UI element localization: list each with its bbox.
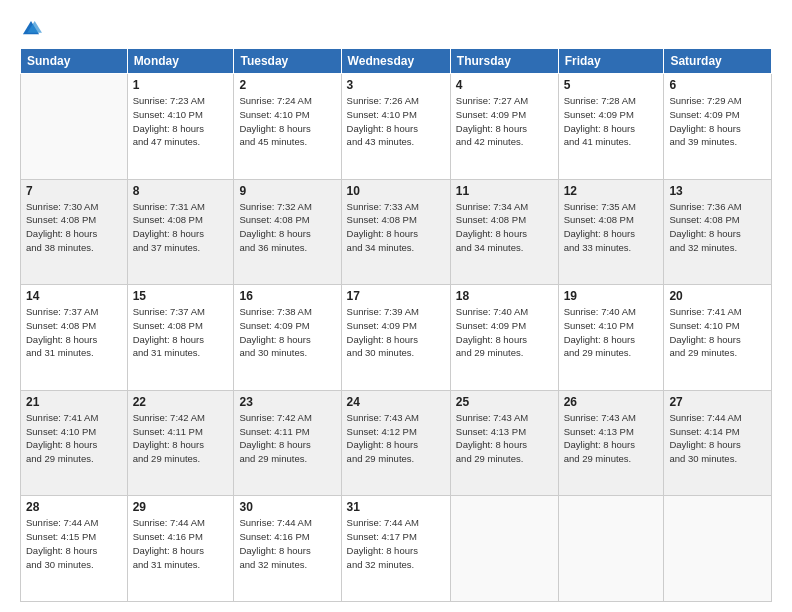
day-info: Sunrise: 7:23 AM Sunset: 4:10 PM Dayligh… — [133, 94, 229, 149]
logo — [20, 18, 46, 40]
day-info: Sunrise: 7:44 AM Sunset: 4:15 PM Dayligh… — [26, 516, 122, 571]
day-number: 4 — [456, 78, 553, 92]
weekday-header: Saturday — [664, 49, 772, 74]
calendar-week-row: 28Sunrise: 7:44 AM Sunset: 4:15 PM Dayli… — [21, 496, 772, 602]
day-info: Sunrise: 7:37 AM Sunset: 4:08 PM Dayligh… — [133, 305, 229, 360]
calendar-cell: 14Sunrise: 7:37 AM Sunset: 4:08 PM Dayli… — [21, 285, 128, 391]
day-number: 30 — [239, 500, 335, 514]
day-info: Sunrise: 7:32 AM Sunset: 4:08 PM Dayligh… — [239, 200, 335, 255]
calendar-cell: 8Sunrise: 7:31 AM Sunset: 4:08 PM Daylig… — [127, 179, 234, 285]
calendar-cell: 3Sunrise: 7:26 AM Sunset: 4:10 PM Daylig… — [341, 74, 450, 180]
day-number: 13 — [669, 184, 766, 198]
calendar-cell: 19Sunrise: 7:40 AM Sunset: 4:10 PM Dayli… — [558, 285, 664, 391]
calendar-cell: 10Sunrise: 7:33 AM Sunset: 4:08 PM Dayli… — [341, 179, 450, 285]
calendar-cell: 26Sunrise: 7:43 AM Sunset: 4:13 PM Dayli… — [558, 390, 664, 496]
calendar-cell: 31Sunrise: 7:44 AM Sunset: 4:17 PM Dayli… — [341, 496, 450, 602]
day-number: 27 — [669, 395, 766, 409]
day-info: Sunrise: 7:38 AM Sunset: 4:09 PM Dayligh… — [239, 305, 335, 360]
day-info: Sunrise: 7:24 AM Sunset: 4:10 PM Dayligh… — [239, 94, 335, 149]
day-info: Sunrise: 7:41 AM Sunset: 4:10 PM Dayligh… — [26, 411, 122, 466]
calendar-week-row: 7Sunrise: 7:30 AM Sunset: 4:08 PM Daylig… — [21, 179, 772, 285]
day-number: 31 — [347, 500, 445, 514]
calendar-cell: 18Sunrise: 7:40 AM Sunset: 4:09 PM Dayli… — [450, 285, 558, 391]
day-info: Sunrise: 7:40 AM Sunset: 4:09 PM Dayligh… — [456, 305, 553, 360]
calendar-header-row: SundayMondayTuesdayWednesdayThursdayFrid… — [21, 49, 772, 74]
calendar-cell: 27Sunrise: 7:44 AM Sunset: 4:14 PM Dayli… — [664, 390, 772, 496]
day-number: 15 — [133, 289, 229, 303]
weekday-header: Thursday — [450, 49, 558, 74]
day-info: Sunrise: 7:40 AM Sunset: 4:10 PM Dayligh… — [564, 305, 659, 360]
calendar-cell: 21Sunrise: 7:41 AM Sunset: 4:10 PM Dayli… — [21, 390, 128, 496]
day-number: 20 — [669, 289, 766, 303]
day-info: Sunrise: 7:30 AM Sunset: 4:08 PM Dayligh… — [26, 200, 122, 255]
calendar-cell: 23Sunrise: 7:42 AM Sunset: 4:11 PM Dayli… — [234, 390, 341, 496]
day-number: 10 — [347, 184, 445, 198]
weekday-header: Tuesday — [234, 49, 341, 74]
day-info: Sunrise: 7:44 AM Sunset: 4:14 PM Dayligh… — [669, 411, 766, 466]
day-number: 8 — [133, 184, 229, 198]
calendar-week-row: 1Sunrise: 7:23 AM Sunset: 4:10 PM Daylig… — [21, 74, 772, 180]
day-number: 12 — [564, 184, 659, 198]
calendar-week-row: 21Sunrise: 7:41 AM Sunset: 4:10 PM Dayli… — [21, 390, 772, 496]
day-number: 29 — [133, 500, 229, 514]
calendar-cell — [558, 496, 664, 602]
day-info: Sunrise: 7:43 AM Sunset: 4:12 PM Dayligh… — [347, 411, 445, 466]
weekday-header: Friday — [558, 49, 664, 74]
day-number: 23 — [239, 395, 335, 409]
day-info: Sunrise: 7:26 AM Sunset: 4:10 PM Dayligh… — [347, 94, 445, 149]
day-number: 26 — [564, 395, 659, 409]
day-info: Sunrise: 7:35 AM Sunset: 4:08 PM Dayligh… — [564, 200, 659, 255]
calendar-table: SundayMondayTuesdayWednesdayThursdayFrid… — [20, 48, 772, 602]
day-number: 24 — [347, 395, 445, 409]
weekday-header: Wednesday — [341, 49, 450, 74]
day-info: Sunrise: 7:34 AM Sunset: 4:08 PM Dayligh… — [456, 200, 553, 255]
day-info: Sunrise: 7:44 AM Sunset: 4:16 PM Dayligh… — [133, 516, 229, 571]
day-number: 1 — [133, 78, 229, 92]
top-section — [20, 18, 772, 40]
calendar-cell — [664, 496, 772, 602]
day-number: 14 — [26, 289, 122, 303]
calendar-cell: 13Sunrise: 7:36 AM Sunset: 4:08 PM Dayli… — [664, 179, 772, 285]
day-number: 17 — [347, 289, 445, 303]
day-info: Sunrise: 7:39 AM Sunset: 4:09 PM Dayligh… — [347, 305, 445, 360]
calendar-cell: 11Sunrise: 7:34 AM Sunset: 4:08 PM Dayli… — [450, 179, 558, 285]
day-number: 2 — [239, 78, 335, 92]
calendar-cell: 7Sunrise: 7:30 AM Sunset: 4:08 PM Daylig… — [21, 179, 128, 285]
day-number: 16 — [239, 289, 335, 303]
calendar-cell: 5Sunrise: 7:28 AM Sunset: 4:09 PM Daylig… — [558, 74, 664, 180]
day-info: Sunrise: 7:42 AM Sunset: 4:11 PM Dayligh… — [239, 411, 335, 466]
calendar-cell: 20Sunrise: 7:41 AM Sunset: 4:10 PM Dayli… — [664, 285, 772, 391]
day-number: 11 — [456, 184, 553, 198]
day-info: Sunrise: 7:41 AM Sunset: 4:10 PM Dayligh… — [669, 305, 766, 360]
calendar-cell: 25Sunrise: 7:43 AM Sunset: 4:13 PM Dayli… — [450, 390, 558, 496]
calendar-cell: 15Sunrise: 7:37 AM Sunset: 4:08 PM Dayli… — [127, 285, 234, 391]
calendar-cell: 6Sunrise: 7:29 AM Sunset: 4:09 PM Daylig… — [664, 74, 772, 180]
day-info: Sunrise: 7:44 AM Sunset: 4:16 PM Dayligh… — [239, 516, 335, 571]
day-number: 5 — [564, 78, 659, 92]
day-info: Sunrise: 7:33 AM Sunset: 4:08 PM Dayligh… — [347, 200, 445, 255]
day-number: 7 — [26, 184, 122, 198]
calendar-cell — [450, 496, 558, 602]
day-info: Sunrise: 7:29 AM Sunset: 4:09 PM Dayligh… — [669, 94, 766, 149]
calendar-body: 1Sunrise: 7:23 AM Sunset: 4:10 PM Daylig… — [21, 74, 772, 602]
day-number: 28 — [26, 500, 122, 514]
day-info: Sunrise: 7:44 AM Sunset: 4:17 PM Dayligh… — [347, 516, 445, 571]
day-number: 19 — [564, 289, 659, 303]
day-info: Sunrise: 7:31 AM Sunset: 4:08 PM Dayligh… — [133, 200, 229, 255]
day-info: Sunrise: 7:36 AM Sunset: 4:08 PM Dayligh… — [669, 200, 766, 255]
day-info: Sunrise: 7:43 AM Sunset: 4:13 PM Dayligh… — [456, 411, 553, 466]
page: SundayMondayTuesdayWednesdayThursdayFrid… — [0, 0, 792, 612]
calendar-cell: 28Sunrise: 7:44 AM Sunset: 4:15 PM Dayli… — [21, 496, 128, 602]
day-info: Sunrise: 7:28 AM Sunset: 4:09 PM Dayligh… — [564, 94, 659, 149]
calendar-cell: 9Sunrise: 7:32 AM Sunset: 4:08 PM Daylig… — [234, 179, 341, 285]
calendar-cell: 24Sunrise: 7:43 AM Sunset: 4:12 PM Dayli… — [341, 390, 450, 496]
calendar-cell: 1Sunrise: 7:23 AM Sunset: 4:10 PM Daylig… — [127, 74, 234, 180]
calendar-cell: 29Sunrise: 7:44 AM Sunset: 4:16 PM Dayli… — [127, 496, 234, 602]
logo-icon — [20, 18, 42, 40]
calendar-cell: 16Sunrise: 7:38 AM Sunset: 4:09 PM Dayli… — [234, 285, 341, 391]
calendar-cell — [21, 74, 128, 180]
weekday-header: Sunday — [21, 49, 128, 74]
day-info: Sunrise: 7:42 AM Sunset: 4:11 PM Dayligh… — [133, 411, 229, 466]
day-number: 18 — [456, 289, 553, 303]
calendar-cell: 17Sunrise: 7:39 AM Sunset: 4:09 PM Dayli… — [341, 285, 450, 391]
